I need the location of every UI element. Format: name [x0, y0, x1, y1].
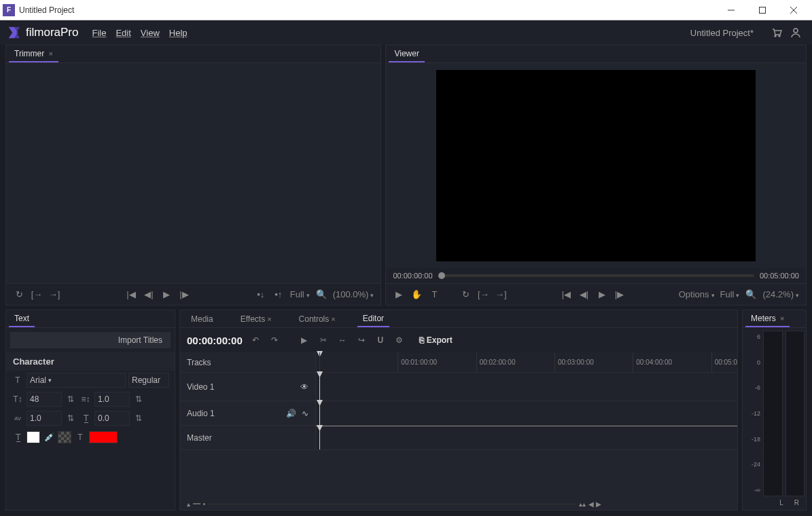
- underline-icon[interactable]: T̲: [12, 432, 24, 442]
- audio-track-header[interactable]: Audio 1 🔊 ∿: [180, 401, 316, 425]
- text-tool-icon[interactable]: T: [428, 289, 440, 299]
- go-start-icon[interactable]: |◀: [125, 289, 137, 299]
- stepper-icon[interactable]: ⇅: [65, 413, 77, 423]
- user-icon[interactable]: [790, 27, 801, 38]
- cart-icon[interactable]: [771, 27, 782, 38]
- insert-icon[interactable]: ▪↓: [255, 289, 267, 299]
- meters-tab-label: Meters: [751, 314, 776, 323]
- close-button[interactable]: [778, 0, 809, 20]
- step-back-icon[interactable]: ◀|: [143, 289, 155, 299]
- tab-effects[interactable]: Effects×: [235, 312, 277, 327]
- weight-select[interactable]: Regular: [128, 373, 169, 388]
- waveform-icon[interactable]: ∿: [302, 409, 308, 418]
- audio-track[interactable]: [316, 401, 737, 425]
- close-icon[interactable]: ×: [780, 314, 784, 322]
- import-titles-button[interactable]: Import Titles: [10, 332, 171, 348]
- tab-media[interactable]: Media: [186, 312, 219, 327]
- minimize-button[interactable]: [716, 0, 747, 20]
- baseline-input[interactable]: 0.0: [94, 411, 130, 426]
- master-track-header[interactable]: Master: [180, 426, 316, 449]
- viewer-canvas[interactable]: [386, 63, 806, 268]
- meters-tab[interactable]: Meters ×: [745, 311, 790, 327]
- play-icon[interactable]: ▶: [596, 289, 608, 299]
- tracking-icon: AV: [12, 416, 24, 422]
- mark-out-icon[interactable]: →]: [48, 289, 60, 299]
- video-track-header[interactable]: Video 1 👁: [180, 373, 316, 401]
- leading-input[interactable]: 1.0: [94, 392, 130, 407]
- options-dropdown[interactable]: Options: [679, 289, 715, 299]
- step-fwd-icon[interactable]: |▶: [614, 289, 626, 299]
- play-icon[interactable]: ▶: [160, 289, 173, 299]
- font-icon: T: [12, 375, 24, 385]
- app-icon: F: [3, 4, 15, 16]
- slice-tool-icon[interactable]: ✂: [317, 335, 330, 345]
- close-icon[interactable]: ×: [267, 315, 271, 323]
- go-start-icon[interactable]: |◀: [561, 289, 573, 299]
- undo-icon[interactable]: ↶: [249, 335, 262, 345]
- trimmer-tab[interactable]: Trimmer ×: [9, 46, 58, 62]
- timeline-zoom-bar[interactable]: ▴ • ▴▴ ◀ ▶: [180, 498, 737, 510]
- mark-in-icon[interactable]: [→: [477, 289, 489, 299]
- menu-file[interactable]: File: [92, 28, 106, 38]
- maximize-button[interactable]: [747, 0, 778, 20]
- loop-icon[interactable]: ↻: [459, 289, 472, 299]
- viewer-tab[interactable]: Viewer: [389, 46, 424, 62]
- stroke-icon[interactable]: T: [74, 432, 86, 442]
- audio-track-label: Audio 1: [187, 409, 281, 418]
- font-select[interactable]: Arial: [27, 373, 126, 388]
- close-icon[interactable]: ×: [49, 50, 53, 58]
- master-track[interactable]: [316, 426, 737, 449]
- mark-in-icon[interactable]: [→: [31, 289, 43, 299]
- window-title: Untitled Project: [19, 5, 716, 15]
- scrubber-track[interactable]: [438, 274, 754, 277]
- text-tab[interactable]: Text: [9, 311, 35, 327]
- zoom-dropdown[interactable]: (24.2%): [762, 289, 799, 299]
- overwrite-icon[interactable]: ▪↑: [272, 289, 285, 299]
- redo-icon[interactable]: ↷: [268, 335, 281, 345]
- menu-edit[interactable]: Edit: [116, 28, 130, 38]
- zoom-dropdown[interactable]: (100.0%): [333, 289, 374, 299]
- loop-icon[interactable]: ↻: [13, 289, 25, 299]
- svg-rect-1: [760, 7, 766, 13]
- snap-icon[interactable]: U: [374, 335, 387, 345]
- transparency-swatch[interactable]: [58, 431, 71, 443]
- stroke-color-swatch[interactable]: [89, 431, 118, 443]
- menu-help[interactable]: Help: [169, 28, 188, 38]
- tab-controls[interactable]: Controls×: [294, 312, 341, 327]
- logo-icon: [7, 25, 22, 40]
- settings-icon[interactable]: ⚙: [393, 335, 406, 345]
- selection-tool-icon[interactable]: ▶: [298, 335, 311, 345]
- speaker-icon[interactable]: 🔊: [286, 409, 296, 418]
- zoom-icon[interactable]: 🔍: [315, 289, 328, 299]
- rate-tool-icon[interactable]: ↪: [355, 335, 368, 345]
- zoom-out-icon[interactable]: ▴: [187, 500, 190, 508]
- leading-icon: ≡↕: [80, 394, 92, 404]
- fill-color-swatch[interactable]: [27, 431, 40, 443]
- step-back-icon[interactable]: ◀|: [578, 289, 590, 299]
- stepper-icon[interactable]: ⇅: [65, 394, 77, 404]
- resolution-dropdown[interactable]: Full: [720, 289, 740, 299]
- timeline: Tracks 00:01:00:00 00:02:00:00 00:03:00:…: [180, 352, 737, 510]
- timeline-ruler[interactable]: 00:01:00:00 00:02:00:00 00:03:00:00 00:0…: [316, 352, 737, 372]
- export-button[interactable]: ⎘ Export: [419, 335, 453, 345]
- eye-icon[interactable]: 👁: [300, 382, 308, 392]
- mark-out-icon[interactable]: →]: [495, 289, 507, 299]
- video-preview: [436, 70, 756, 261]
- resolution-dropdown[interactable]: Full: [290, 289, 310, 299]
- close-icon[interactable]: ×: [331, 315, 335, 323]
- stepper-icon[interactable]: ⇅: [133, 394, 145, 404]
- font-size-input[interactable]: 48: [27, 392, 62, 407]
- timecode[interactable]: 00:00:00:00: [187, 335, 243, 346]
- menu-view[interactable]: View: [141, 28, 160, 38]
- zoom-in-icon[interactable]: ▴▴: [579, 500, 586, 508]
- hand-icon[interactable]: ✋: [410, 289, 423, 299]
- video-track[interactable]: [316, 373, 737, 401]
- tracking-input[interactable]: 1.0: [27, 411, 62, 426]
- slip-tool-icon[interactable]: ↔: [336, 335, 349, 345]
- play-icon[interactable]: ▶: [393, 289, 405, 299]
- step-fwd-icon[interactable]: |▶: [178, 289, 190, 299]
- stepper-icon[interactable]: ⇅: [133, 413, 145, 423]
- zoom-icon[interactable]: 🔍: [745, 289, 757, 299]
- eyedropper-icon[interactable]: 💉: [43, 432, 55, 442]
- tab-editor[interactable]: Editor: [357, 311, 389, 327]
